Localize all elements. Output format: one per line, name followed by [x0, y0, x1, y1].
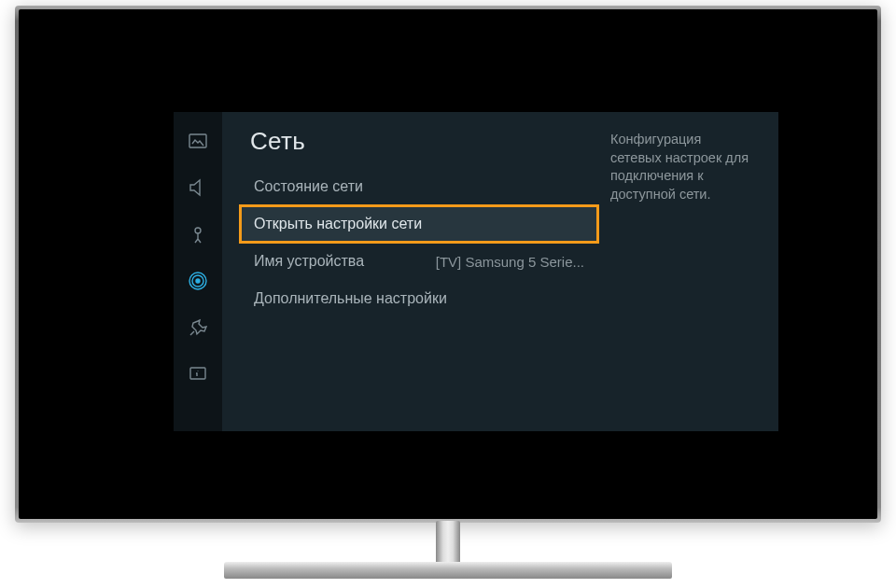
- menu-item-network-status[interactable]: Состояние сети: [241, 169, 597, 204]
- menu-item-advanced-settings[interactable]: Дополнительные настройки: [241, 281, 597, 316]
- menu-item-label: Дополнительные настройки: [254, 290, 447, 307]
- tv-stand-neck: [436, 521, 460, 566]
- description-text: Конфигурация сетевых настроек для подклю…: [610, 131, 756, 203]
- menu-item-device-name[interactable]: Имя устройства [TV] Samsung 5 Serie...: [241, 244, 597, 279]
- sound-icon[interactable]: [186, 175, 210, 200]
- picture-icon[interactable]: [186, 129, 210, 153]
- svg-point-2: [196, 279, 200, 283]
- tv-bezel: Сеть Состояние сети Открыть настройки се…: [19, 9, 877, 519]
- settings-sidebar: [174, 112, 222, 431]
- settings-content: Сеть Состояние сети Открыть настройки се…: [222, 112, 778, 431]
- tv-frame: Сеть Состояние сети Открыть настройки се…: [15, 6, 881, 523]
- menu-item-label: Открыть настройки сети: [254, 216, 422, 232]
- svg-point-1: [195, 228, 201, 233]
- broadcast-icon[interactable]: [186, 222, 210, 246]
- settings-panel: Сеть Состояние сети Открыть настройки се…: [174, 112, 778, 431]
- menu-column: Сеть Состояние сети Открыть настройки се…: [241, 127, 597, 416]
- tv-stand-base: [224, 562, 672, 579]
- description-column: Конфигурация сетевых настроек для подклю…: [597, 127, 756, 416]
- section-title: Сеть: [241, 127, 597, 156]
- system-icon[interactable]: [186, 315, 210, 340]
- tv-screen: Сеть Состояние сети Открыть настройки се…: [39, 26, 857, 502]
- menu-item-label: Имя устройства: [254, 253, 364, 270]
- menu-item-open-network-settings[interactable]: Открыть настройки сети: [241, 206, 597, 242]
- menu-item-value: [TV] Samsung 5 Serie...: [436, 254, 584, 270]
- network-icon[interactable]: [186, 269, 210, 293]
- svg-rect-0: [189, 134, 206, 147]
- menu-item-label: Состояние сети: [254, 178, 363, 195]
- support-icon[interactable]: [186, 362, 210, 386]
- svg-rect-3: [190, 368, 205, 379]
